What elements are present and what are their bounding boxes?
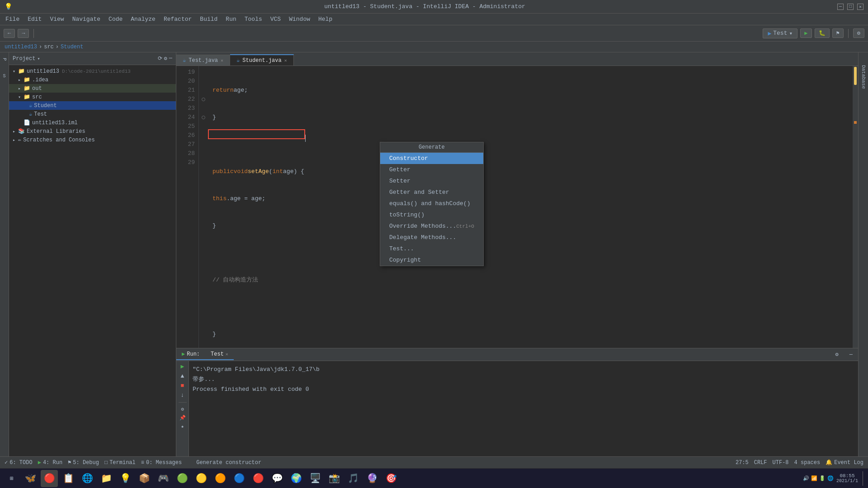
menu-item-build[interactable]: Build (196, 15, 221, 23)
minimize-button[interactable]: — (837, 4, 844, 10)
menu-item-view[interactable]: View (46, 15, 67, 23)
bottom-tab-run[interactable]: ▶ Run: (176, 349, 205, 360)
menu-item-file[interactable]: File (2, 15, 23, 23)
status-event-log[interactable]: 🔔 Event Log (826, 459, 863, 466)
taskbar-app-18[interactable]: 🎵 (344, 470, 362, 487)
status-indent[interactable]: 4 spaces (794, 460, 821, 466)
status-todo[interactable]: ✓ 6: TODO (5, 459, 33, 466)
status-encoding[interactable]: UTF-8 (773, 460, 789, 466)
run-config-selector[interactable]: ▶ Test ▾ (763, 28, 797, 38)
rerun-button[interactable]: ▶ (181, 363, 184, 370)
menu-item-vcs[interactable]: VCS (267, 15, 284, 23)
status-run[interactable]: ▶ 4: Run (38, 459, 62, 466)
tree-item-out[interactable]: ▸ 📁 out (9, 84, 176, 93)
taskbar-app-11[interactable]: 🟠 (212, 470, 229, 487)
minimize-panel-icon[interactable]: — (169, 55, 172, 62)
popup-item-tostring[interactable]: toString() (380, 209, 483, 221)
menu-item-tools[interactable]: Tools (241, 15, 266, 23)
taskbar-app-8[interactable]: 🎮 (155, 470, 172, 487)
taskbar-app-17[interactable]: 📸 (326, 470, 343, 487)
popup-item-setter[interactable]: Setter (380, 175, 483, 187)
menu-item-help[interactable]: Help (315, 15, 336, 23)
tray-icon-3[interactable]: 🔋 (819, 475, 826, 481)
back-button[interactable]: ← (4, 29, 15, 38)
close-button[interactable]: ✕ (857, 4, 863, 10)
stop-button[interactable]: ■ (181, 382, 184, 389)
status-messages[interactable]: ≡ 0: Messages (141, 460, 182, 466)
taskbar-app-7[interactable]: 📦 (136, 470, 153, 487)
settings-run-button[interactable]: ⚙ (181, 406, 184, 412)
tab-student[interactable]: ☕ Student.java ✕ (230, 54, 294, 66)
tree-item-src[interactable]: ▾ 📁 src (9, 93, 176, 101)
panel-dropdown-icon[interactable]: ▾ (37, 56, 40, 61)
show-desktop-button[interactable] (863, 471, 864, 486)
status-position[interactable]: 27:5 (736, 460, 749, 466)
forward-button[interactable]: → (18, 29, 29, 38)
breadcrumb-project[interactable]: untitled13 (5, 44, 37, 50)
taskbar-app-16[interactable]: 🖥️ (307, 470, 324, 487)
taskbar-app-12[interactable]: 🔵 (231, 470, 248, 487)
tree-item-iml[interactable]: 📄 untitled13.iml (9, 118, 176, 127)
taskbar-app-1[interactable]: 🦋 (22, 470, 39, 487)
run-tab-close[interactable]: ✕ (226, 352, 228, 357)
menu-item-code[interactable]: Code (105, 15, 126, 23)
tab-test[interactable]: ☕ Test.java ✕ (176, 55, 230, 66)
taskbar-app-4[interactable]: 🌐 (79, 470, 96, 487)
taskbar-app-19[interactable]: 🔮 (363, 470, 381, 487)
menu-item-navigate[interactable]: Navigate (69, 15, 104, 23)
taskbar-app-2[interactable]: 🔴 (41, 470, 58, 487)
scroll-end-button[interactable]: ↓ (181, 392, 184, 399)
tree-item-student[interactable]: ☕ Student (9, 101, 176, 110)
menu-item-window[interactable]: Window (285, 15, 314, 23)
debug-button[interactable]: 🐛 (815, 28, 830, 38)
tree-item-external[interactable]: ▸ 📚 External Libraries (9, 127, 176, 136)
system-clock[interactable]: 08:55 2021/1/1 (836, 473, 858, 483)
database-tab[interactable]: Database (860, 61, 867, 93)
bottom-tab-test[interactable]: Test ✕ (205, 349, 234, 360)
code-editor[interactable]: 19 20 21 22 23 24 25 26 27 28 29 (176, 66, 853, 348)
coverage-button[interactable]: ⚑ (832, 28, 844, 38)
bottom-panel-settings[interactable]: ⚙ (830, 349, 844, 360)
taskbar-app-15[interactable]: 🌍 (288, 470, 305, 487)
popup-item-test[interactable]: Test... (380, 243, 483, 254)
popup-item-override[interactable]: Override Methods... Ctrl+O (380, 221, 483, 232)
sync-icon[interactable]: ⟳ (158, 55, 162, 62)
menu-item-analyze[interactable]: Analyze (127, 15, 159, 23)
popup-item-getter[interactable]: Getter (380, 164, 483, 175)
run-button[interactable]: ▶ (800, 28, 811, 38)
popup-item-copyright[interactable]: Copyright (380, 254, 483, 266)
tray-icon-2[interactable]: 📶 (811, 475, 817, 481)
tree-item-test[interactable]: ☕ Test (9, 110, 176, 118)
taskbar-app-13[interactable]: 🔴 (250, 470, 267, 487)
pin-button[interactable]: 📌 (179, 415, 186, 421)
project-view-icon[interactable]: P (2, 58, 7, 61)
popup-item-equals-hashcode[interactable]: equals() and hashCode() (380, 198, 483, 209)
test-tab-close[interactable]: ✕ (221, 58, 223, 63)
stop-rerun-button[interactable]: ▲ (181, 373, 184, 380)
taskbar-app-10[interactable]: 🟡 (193, 470, 210, 487)
code-content[interactable]: return age; } public void setAge(int age… (208, 66, 853, 348)
maximize-button[interactable]: □ (847, 4, 854, 10)
tray-icon-1[interactable]: 🔊 (803, 475, 809, 481)
status-debug[interactable]: ⚑ 5: Debug (68, 459, 99, 466)
popup-item-constructor[interactable]: Constructor (380, 153, 483, 164)
tree-item-scratches[interactable]: ▸ ✏ Scratches and Consoles (9, 136, 176, 144)
bottom-panel-minimize[interactable]: — (844, 350, 858, 360)
popup-item-getter-setter[interactable]: Getter and Setter (380, 187, 483, 198)
taskbar-app-3[interactable]: 📋 (60, 470, 77, 487)
start-button[interactable]: ⊞ (4, 470, 20, 487)
settings-button[interactable]: ⚙ (853, 28, 864, 38)
favorites-button[interactable]: ★ (181, 423, 184, 429)
popup-item-delegate[interactable]: Delegate Methods... (380, 232, 483, 243)
gear-icon[interactable]: ⚙ (164, 55, 167, 62)
taskbar-app-20[interactable]: 🎯 (382, 470, 400, 487)
status-line-ending[interactable]: CRLF (754, 460, 767, 466)
breadcrumb-student[interactable]: Student (61, 44, 83, 50)
taskbar-app-6[interactable]: 💡 (117, 470, 134, 487)
structure-icon[interactable]: S (3, 74, 5, 79)
tree-item-project[interactable]: ▾ 📁 untitled13 D:\code-2021\untitled13 (9, 67, 176, 75)
right-scroll[interactable] (853, 66, 858, 348)
tray-icon-4[interactable]: 🌐 (827, 475, 834, 481)
breadcrumb-src[interactable]: src (44, 44, 54, 50)
tree-item-idea[interactable]: ▸ 📁 .idea (9, 75, 176, 84)
